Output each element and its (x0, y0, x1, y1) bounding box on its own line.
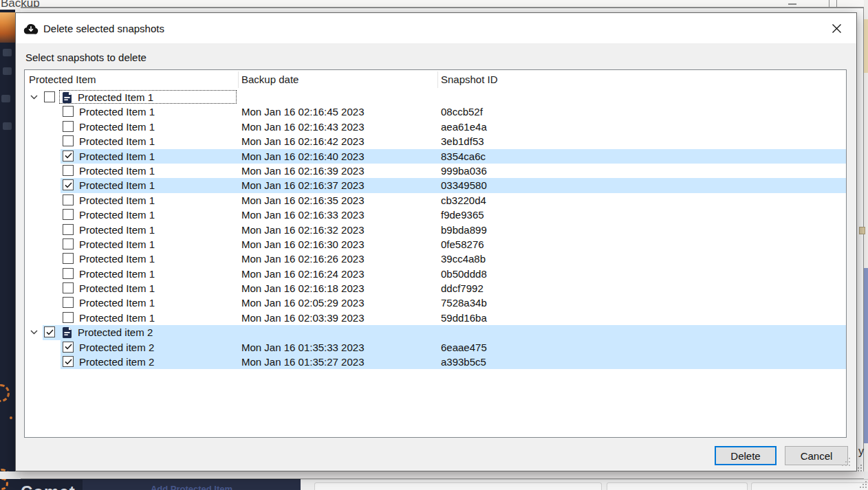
snapshot-row[interactable]: Protected Item 1 Mon Jan 16 02:16:18 202… (25, 281, 846, 296)
add-protected-item-button[interactable]: Add Protected Item (83, 480, 301, 490)
chevron-down-icon[interactable] (30, 95, 38, 100)
snapshot-row[interactable]: Protected Item 1 Mon Jan 16 02:05:29 202… (25, 296, 846, 310)
snapshot-checkbox[interactable] (63, 224, 74, 235)
row-snapshot-id: 59dd16ba (441, 312, 487, 324)
snapshot-row[interactable]: Protected Item 1 Mon Jan 16 02:16:39 202… (25, 164, 846, 178)
row-snapshot-id: 39cc4a8b (441, 253, 486, 265)
cancel-button[interactable]: Cancel (785, 446, 848, 465)
row-date: Mon Jan 16 02:16:18 2023 (241, 282, 364, 294)
chevron-down-icon[interactable] (30, 330, 38, 335)
snapshot-row[interactable]: Protected Item 1 Mon Jan 16 02:16:32 202… (25, 223, 846, 237)
snapshot-checkbox[interactable] (63, 312, 74, 323)
snapshot-row[interactable]: Protected Item 1 Mon Jan 16 02:16:40 202… (25, 149, 846, 164)
row-snapshot-id: 8354ca6c (441, 151, 486, 162)
snapshot-checkbox[interactable] (63, 342, 74, 353)
backdrop-small-icon (859, 227, 865, 234)
row-date: Mon Jan 16 02:16:43 2023 (241, 121, 364, 133)
snapshot-checkbox[interactable] (63, 121, 74, 132)
snapshot-row[interactable]: Protected Item 1 Mon Jan 16 02:16:35 202… (25, 193, 846, 208)
backdrop-blue-strip (864, 268, 868, 443)
snapshot-checkbox[interactable] (63, 179, 74, 190)
backdrop-panel (314, 482, 602, 490)
document-icon (63, 92, 72, 103)
row-date: Mon Jan 16 01:35:27 2023 (241, 356, 364, 368)
row-snapshot-id: a393b5c5 (441, 356, 486, 368)
row-date: Mon Jan 16 02:16:33 2023 (241, 209, 364, 221)
row-item-label: Protected Item 1 (79, 209, 155, 221)
snapshot-checkbox[interactable] (63, 135, 74, 146)
minimize-icon[interactable] (788, 3, 796, 5)
snapshot-row[interactable]: Protected Item 1 Mon Jan 16 02:03:39 202… (25, 311, 846, 325)
focus-rect: Protected item 2 (59, 325, 237, 339)
row-snapshot-id: ddcf7992 (441, 282, 484, 294)
row-date: Mon Jan 16 02:16:37 2023 (241, 179, 364, 191)
snapshot-checkbox[interactable] (63, 356, 74, 367)
screen: Backup y Comet Add Protected Item (0, 0, 868, 490)
backdrop-panel (607, 482, 748, 490)
row-item-label: Protected Item 1 (79, 151, 155, 162)
orange-ring-decoration (0, 479, 8, 490)
snapshot-row[interactable]: Protected Item 1 Mon Jan 16 02:16:33 202… (25, 208, 846, 222)
restore-window-icon[interactable] (829, 0, 837, 7)
column-separator[interactable] (437, 71, 438, 88)
snapshot-checkbox[interactable] (63, 194, 74, 205)
snapshot-row[interactable]: Protected Item 1 Mon Jan 16 02:16:37 202… (25, 178, 846, 192)
document-icon (63, 327, 72, 338)
group-row[interactable]: Protected item 2 (25, 325, 846, 339)
snapshot-checkbox[interactable] (63, 151, 74, 162)
snapshot-checkbox[interactable] (63, 268, 74, 279)
row-date: Mon Jan 16 02:16:35 2023 (241, 194, 364, 206)
column-header-backup-date[interactable]: Backup date (241, 74, 299, 85)
comet-logo: Comet (21, 482, 76, 490)
orange-dot-decoration (10, 416, 12, 419)
row-item-label: Protected item 2 (79, 342, 154, 353)
row-date: Mon Jan 16 02:16:39 2023 (241, 165, 364, 177)
row-date: Mon Jan 16 02:16:40 2023 (241, 151, 364, 162)
column-header-protected-item[interactable]: Protected Item (29, 74, 96, 85)
backdrop-bottom-panels (301, 479, 868, 490)
snapshot-checkbox[interactable] (63, 238, 74, 249)
row-date: Mon Jan 16 01:35:33 2023 (241, 342, 364, 353)
resize-grip[interactable] (860, 481, 867, 489)
snapshot-checkbox[interactable] (63, 106, 74, 117)
row-item-label: Protected Item 1 (79, 106, 155, 118)
group-label: Protected Item 1 (78, 91, 153, 103)
snapshot-checkbox[interactable] (63, 253, 74, 264)
list-header: Protected Item Backup date Snapshot ID (25, 70, 846, 89)
group-checkbox[interactable] (44, 91, 55, 102)
backdrop-app-bottom-bar: Comet Add Protected Item (0, 479, 301, 490)
close-icon[interactable] (830, 22, 843, 34)
row-snapshot-id: 3eb1df53 (441, 135, 484, 147)
column-header-snapshot-id[interactable]: Snapshot ID (441, 74, 498, 85)
row-item-label: Protected item 2 (79, 356, 154, 368)
group-row[interactable]: Protected Item 1 (25, 90, 846, 104)
row-snapshot-id: b9bda899 (441, 224, 487, 236)
snapshot-row[interactable]: Protected Item 1 Mon Jan 16 02:16:26 202… (25, 252, 846, 266)
group-checkbox[interactable] (44, 326, 55, 337)
row-item-label: Protected Item 1 (79, 238, 155, 250)
row-snapshot-id: 6eaae475 (441, 342, 487, 353)
snapshot-checkbox[interactable] (63, 282, 74, 293)
resize-grip[interactable] (842, 458, 851, 467)
column-separator[interactable] (238, 71, 239, 88)
row-snapshot-id: 08ccb52f (441, 106, 483, 118)
dialog-titlebar[interactable]: Delete selected snapshots (16, 13, 856, 43)
snapshot-checkbox[interactable] (63, 165, 74, 176)
snapshot-row[interactable]: Protected Item 1 Mon Jan 16 02:16:30 202… (25, 237, 846, 252)
snapshot-row[interactable]: Protected Item 1 Mon Jan 16 02:16:45 202… (25, 104, 846, 119)
snapshot-row[interactable]: Protected Item 1 Mon Jan 16 02:16:43 202… (25, 120, 846, 134)
snapshot-checkbox[interactable] (63, 297, 74, 308)
backdrop-dialog-bottom-band (21, 471, 864, 479)
sidebar-box-icon (1, 95, 10, 102)
snapshot-row[interactable]: Protected Item 1 Mon Jan 16 02:16:24 202… (25, 267, 846, 281)
snapshot-row[interactable]: Protected item 2 Mon Jan 16 01:35:33 202… (25, 340, 846, 355)
snapshot-checkbox[interactable] (63, 209, 74, 220)
focus-rect: Protected Item 1 (59, 90, 237, 104)
row-snapshot-id: 999ba036 (441, 165, 487, 177)
snapshot-row[interactable]: Protected Item 1 Mon Jan 16 02:16:42 202… (25, 134, 846, 148)
cloud-download-icon (23, 23, 39, 34)
row-item-label: Protected Item 1 (79, 224, 155, 236)
delete-button[interactable]: Delete (715, 446, 777, 465)
snapshot-row[interactable]: Protected item 2 Mon Jan 16 01:35:27 202… (25, 355, 846, 369)
snapshot-list: Protected Item Backup date Snapshot ID P… (24, 69, 847, 438)
